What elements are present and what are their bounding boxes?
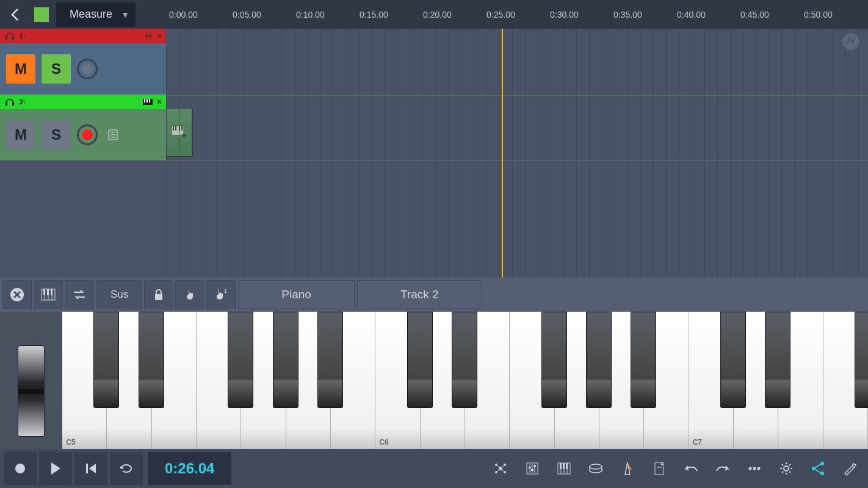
black-key[interactable] [855,312,868,408]
piano-clip-icon [170,123,189,142]
corner-logo-icon [841,32,861,51]
tap-mode-1-button[interactable]: 1 [206,280,236,309]
close-icon[interactable]: ✕ [156,98,162,106]
share-button[interactable] [803,454,833,483]
mute-button[interactable]: M [6,120,35,149]
black-key[interactable] [631,312,656,408]
lock-button[interactable] [144,280,173,309]
tool-button[interactable] [835,454,864,483]
svg-rect-52 [566,463,568,469]
svg-point-28 [15,464,25,473]
time-display[interactable]: 0:26.04 [148,452,231,485]
redo-button[interactable] [708,454,737,483]
record-arm-button[interactable] [77,124,98,145]
black-key[interactable] [317,312,343,408]
black-key[interactable] [720,312,746,408]
svg-rect-6 [146,99,148,102]
mod-wheel-area [0,312,62,449]
top-toolbar: Measure ▼ 0:00.000:05.000:10.000:15.000:… [0,0,868,29]
piano-roll-button[interactable] [549,454,579,483]
svg-line-38 [501,468,505,472]
piano-keys[interactable]: C5C6C7 [62,312,868,449]
svg-rect-3 [12,102,14,106]
more-button[interactable] [740,454,769,483]
time-mode-dropdown[interactable]: Measure ▼ [56,2,136,27]
waveform-icon [144,33,153,39]
timeline-ruler[interactable]: 0:00.000:05.000:10.000:15.000:20.000:25.… [166,0,868,29]
track-1-controls: M S [0,43,166,95]
svg-point-59 [758,467,761,470]
drum-button[interactable] [581,454,610,483]
metronome-button[interactable] [613,454,642,483]
swap-button[interactable] [65,280,94,309]
svg-point-58 [753,467,756,470]
svg-rect-43 [529,467,531,468]
grid-snap-button[interactable] [29,0,54,29]
track-1-label-bar[interactable]: 1: ✕ [0,29,166,43]
black-key[interactable] [541,312,567,408]
rewind-button[interactable] [74,452,107,485]
mixer-button[interactable] [518,454,547,483]
black-key[interactable] [586,312,612,408]
close-icon[interactable]: ✕ [156,32,162,40]
svg-rect-45 [533,465,536,467]
loop-button[interactable] [110,452,143,485]
black-key[interactable] [139,312,164,408]
keyboard-view-button[interactable] [34,280,63,309]
svg-rect-13 [173,126,174,131]
track-header-1[interactable]: 1: ✕ M S [0,29,166,95]
track-selector[interactable]: Track 2 [357,280,482,309]
track-list: 1: ✕ M S 2: ✕ M S [0,29,166,160]
svg-line-64 [815,464,820,468]
solo-button[interactable]: S [42,120,71,149]
mod-wheel[interactable] [18,345,45,437]
piano-icon [143,99,153,105]
track-2-controls: M S [0,109,166,160]
midi-clip[interactable] [166,108,193,157]
black-key[interactable] [273,312,298,408]
play-button[interactable] [39,452,72,485]
ruler-tick: 0:35.00 [610,0,674,29]
black-key[interactable] [228,312,253,408]
close-keyboard-button[interactable] [2,280,32,309]
svg-point-57 [749,467,752,470]
headphones-icon [4,30,16,42]
track-header-2[interactable]: 2: ✕ M S [0,95,166,160]
transport-bar: 0:26.04 [0,449,868,488]
note-button[interactable] [645,454,674,483]
mute-button[interactable]: M [6,54,35,84]
svg-rect-51 [563,463,565,469]
back-button[interactable] [0,0,29,29]
piano-toolbar: Sus 1 Piano Track 2 [0,278,868,312]
effects-button[interactable] [486,454,515,483]
svg-line-36 [501,465,505,468]
sustain-button[interactable]: Sus [96,280,142,309]
svg-rect-50 [560,463,562,469]
ruler-tick: 0:45.00 [737,0,801,29]
track-options-button[interactable] [104,126,122,144]
black-key[interactable] [93,312,119,408]
record-arm-button[interactable] [77,59,98,79]
instrument-selector[interactable]: Piano [238,280,355,309]
svg-rect-23 [43,289,45,295]
settings-button[interactable] [772,454,801,483]
ruler-tick: 0:15.00 [356,0,420,29]
black-key[interactable] [765,312,790,408]
headphones-icon [4,96,16,108]
key-label: C5 [66,438,75,447]
mode-label: Measure [70,8,112,21]
black-key[interactable] [407,312,433,408]
svg-line-35 [496,465,501,468]
black-key[interactable] [452,312,477,408]
ruler-tick: 0:40.00 [674,0,737,29]
record-button[interactable] [4,452,37,485]
track-2-label-bar[interactable]: 2: ✕ [0,95,166,109]
key-label: C6 [379,438,388,447]
undo-button[interactable] [676,454,706,483]
solo-button[interactable]: S [42,54,71,84]
svg-point-60 [784,466,789,471]
svg-rect-25 [51,289,52,295]
tap-mode-button[interactable] [175,280,204,309]
timeline-area[interactable] [166,29,868,278]
svg-rect-1 [12,37,14,40]
